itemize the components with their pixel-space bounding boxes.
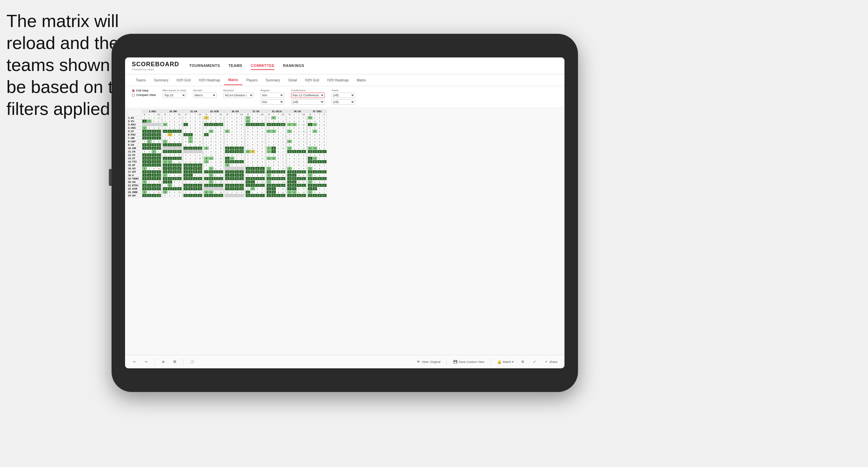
matrix-cell[interactable]: 0 bbox=[147, 187, 152, 191]
matrix-cell[interactable]: 0 bbox=[235, 153, 239, 157]
matrix-cell[interactable]: 0 bbox=[302, 177, 306, 180]
matrix-cell[interactable]: 1 bbox=[287, 130, 292, 133]
matrix-cell[interactable]: 0 bbox=[317, 164, 322, 167]
matrix-cell[interactable]: 0 bbox=[287, 157, 292, 160]
matrix-cell[interactable]: 0 bbox=[271, 194, 276, 197]
matrix-cell[interactable]: 0 bbox=[214, 170, 218, 174]
matrix-cell[interactable]: 0 bbox=[239, 157, 244, 160]
matrix-cell[interactable]: 0 bbox=[235, 133, 239, 137]
matrix-cell[interactable]: 0 bbox=[235, 130, 239, 133]
matrix-cell[interactable]: 0 bbox=[276, 147, 281, 150]
matrix-cell[interactable]: 1 bbox=[313, 130, 317, 133]
matrix-cell[interactable]: 0 bbox=[255, 170, 260, 174]
matrix-cell[interactable]: 0 bbox=[142, 143, 147, 147]
matrix-cell[interactable]: 0 bbox=[246, 153, 250, 157]
matrix-cell[interactable]: 0 bbox=[297, 174, 302, 177]
matrix-cell[interactable]: 0 bbox=[209, 143, 214, 147]
matrix-cell[interactable] bbox=[225, 194, 230, 197]
matrix-cell[interactable]: 0 bbox=[308, 177, 313, 180]
matrix-cell[interactable]: 0 bbox=[292, 130, 297, 133]
matrix-cell[interactable]: 0 bbox=[313, 116, 317, 120]
matrix-cell[interactable]: 0 bbox=[297, 191, 302, 194]
matrix-cell[interactable]: 0 bbox=[156, 177, 161, 180]
matrix-cell[interactable]: 0 bbox=[184, 153, 188, 157]
matrix-cell[interactable]: 1 bbox=[209, 147, 214, 150]
matrix-cell[interactable]: 0 bbox=[313, 137, 317, 140]
matrix-cell[interactable]: 0 bbox=[246, 130, 250, 133]
matrix-cell[interactable]: 0 bbox=[172, 137, 177, 140]
matrix-cell[interactable]: 0 bbox=[246, 164, 250, 167]
matrix-cell[interactable]: 0 bbox=[292, 153, 297, 157]
matrix-cell[interactable]: 0 bbox=[147, 191, 152, 194]
matrix-cell[interactable]: 0 bbox=[204, 174, 209, 177]
matrix-cell[interactable]: 1 bbox=[230, 164, 235, 167]
matrix-cell[interactable]: 0 bbox=[239, 184, 244, 187]
matrix-cell[interactable]: 0 bbox=[204, 126, 209, 130]
matrix-cell[interactable]: 0 bbox=[163, 120, 168, 123]
matrix-cell[interactable]: 0 bbox=[230, 170, 235, 174]
matrix-cell[interactable]: 1 bbox=[168, 123, 172, 126]
matrix-cell[interactable]: 0 bbox=[142, 130, 147, 133]
matrix-cell[interactable]: 1 bbox=[172, 157, 177, 160]
matrix-cell[interactable]: 2 bbox=[246, 147, 250, 150]
matrix-cell[interactable]: 1 bbox=[209, 130, 214, 133]
subnav-detail[interactable]: Detail bbox=[284, 76, 301, 85]
matrix-cell[interactable]: 0 bbox=[255, 187, 260, 191]
matrix-cell[interactable]: 2 bbox=[246, 167, 250, 170]
matrix-cell[interactable] bbox=[184, 150, 188, 153]
matrix-cell[interactable]: 0 bbox=[281, 140, 286, 143]
matrix-cell[interactable]: 0 bbox=[204, 191, 209, 194]
matrix-cell[interactable]: 0 bbox=[276, 167, 281, 170]
matrix-cell[interactable]: 0 bbox=[204, 133, 209, 137]
matrix-cell[interactable]: 0 bbox=[276, 170, 281, 174]
matrix-cell[interactable]: 0 bbox=[317, 116, 322, 120]
redo-btn[interactable]: ↪ bbox=[142, 359, 150, 365]
matrix-cell[interactable]: 2 bbox=[271, 123, 276, 126]
matrix-cell[interactable]: 0 bbox=[297, 184, 302, 187]
matrix-cell[interactable]: 12 bbox=[239, 187, 244, 191]
matrix-cell[interactable]: 0 bbox=[317, 180, 322, 184]
matrix-cell[interactable] bbox=[168, 147, 172, 150]
matrix-cell[interactable]: 0 bbox=[313, 170, 317, 174]
matrix-cell[interactable]: 0 bbox=[172, 170, 177, 174]
matrix-cell[interactable] bbox=[142, 123, 147, 126]
matrix-cell[interactable]: 0 bbox=[271, 143, 276, 147]
matrix-cell[interactable]: 0 bbox=[168, 120, 172, 123]
nav-committee[interactable]: COMMITTEE bbox=[251, 62, 275, 70]
matrix-cell[interactable]: 0 bbox=[302, 174, 306, 177]
matrix-cell[interactable]: 1 bbox=[225, 187, 230, 191]
matrix-cell[interactable]: 1 bbox=[209, 191, 214, 194]
matrix-cell[interactable]: 0 bbox=[322, 140, 327, 143]
matrix-cell[interactable]: 2 bbox=[267, 157, 271, 160]
matrix-cell[interactable]: 2 bbox=[163, 160, 168, 164]
matrix-cell[interactable]: 0 bbox=[267, 116, 271, 120]
matrix-cell[interactable]: 120 bbox=[218, 123, 223, 126]
matrix-cell[interactable]: 4 bbox=[230, 187, 235, 191]
matrix-cell[interactable]: 0 bbox=[198, 184, 202, 187]
matrix-cell[interactable]: 1 bbox=[225, 174, 230, 177]
matrix-cell[interactable]: 0 bbox=[308, 133, 313, 137]
matrix-cell[interactable]: 60 bbox=[302, 123, 306, 126]
matrix-cell[interactable]: 0 bbox=[225, 143, 230, 147]
matrix-cell[interactable]: 0 bbox=[163, 164, 168, 167]
matrix-cell[interactable]: 0 bbox=[317, 123, 322, 126]
matrix-cell[interactable]: 0 bbox=[168, 130, 172, 133]
matrix-cell[interactable]: 0 bbox=[255, 133, 260, 137]
matrix-cell[interactable]: 0 bbox=[267, 123, 271, 126]
matrix-cell[interactable]: 0 bbox=[281, 191, 286, 194]
matrix-cell[interactable]: 0 bbox=[193, 170, 198, 174]
matrix-cell[interactable]: 0 bbox=[184, 191, 188, 194]
matrix-cell[interactable]: 0 bbox=[188, 160, 193, 164]
matrix-cell[interactable]: 1 bbox=[292, 180, 297, 184]
matrix-cell[interactable]: 0 bbox=[313, 160, 317, 164]
matrix-cell[interactable]: 0 bbox=[152, 153, 156, 157]
matrix-cell[interactable]: 10 bbox=[177, 170, 182, 174]
matrix-cell[interactable] bbox=[163, 147, 168, 150]
matrix-cell[interactable]: 0 bbox=[297, 187, 302, 191]
matrix-cell[interactable]: 0 bbox=[281, 137, 286, 140]
matrix-cell[interactable]: 0 bbox=[193, 174, 198, 177]
matrix-cell[interactable]: 0 bbox=[239, 170, 244, 174]
matrix-cell[interactable]: 15 bbox=[198, 140, 202, 143]
matrix-cell[interactable]: 0 bbox=[225, 116, 230, 120]
matrix-cell[interactable]: 0 bbox=[276, 130, 281, 133]
